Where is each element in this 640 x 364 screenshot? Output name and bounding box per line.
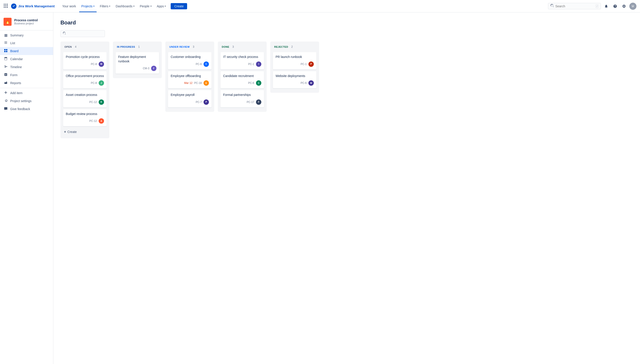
help-button[interactable] bbox=[611, 3, 619, 10]
column-count-in-progress: 1 bbox=[138, 45, 140, 48]
search-icon bbox=[550, 4, 554, 8]
timeline-icon bbox=[4, 65, 8, 69]
svg-rect-8 bbox=[7, 7, 8, 8]
sidebar-item-calendar[interactable]: Calendar bbox=[0, 55, 53, 63]
card-avatar: F bbox=[151, 66, 156, 71]
card-id: PC-7 bbox=[196, 100, 202, 104]
board-card[interactable]: Website deploymentsPC-6W bbox=[273, 71, 316, 88]
svg-rect-7 bbox=[5, 7, 6, 8]
card-title: Candidate recruitment bbox=[223, 74, 261, 78]
card-footer: CM-3F bbox=[118, 66, 156, 71]
grid-icon[interactable] bbox=[4, 4, 8, 9]
topnav-right: / U bbox=[548, 3, 636, 10]
board-search[interactable] bbox=[60, 30, 105, 37]
filters-chevron-icon: ▾ bbox=[109, 5, 110, 7]
card-title: Formal partnerships bbox=[223, 93, 261, 97]
nav-your-work[interactable]: Your work bbox=[60, 3, 78, 9]
card-footer: PC-12A bbox=[66, 118, 104, 124]
sidebar-item-form[interactable]: Form bbox=[0, 71, 53, 79]
project-type: Business project bbox=[14, 22, 38, 25]
card-id: PC-6 bbox=[248, 82, 254, 84]
logo[interactable]: Jira Work Management bbox=[11, 3, 55, 9]
reports-icon bbox=[4, 81, 8, 85]
card-avatar: P bbox=[203, 100, 209, 105]
board-card[interactable]: Budget review processPC-12A bbox=[63, 109, 107, 126]
board-card[interactable]: Candidate recruitmentPC-6C bbox=[221, 71, 264, 88]
search-bar[interactable]: / bbox=[548, 3, 601, 9]
board-card[interactable]: Asset creation processPC-12K bbox=[63, 90, 107, 108]
nav-projects[interactable]: Projects ▾ bbox=[79, 3, 97, 9]
column-label-rejected: REJECTED bbox=[273, 45, 290, 48]
sidebar: 🔥 Process control Business project ▦ Sum… bbox=[0, 12, 53, 364]
card-footer: PC-8J bbox=[66, 80, 104, 86]
people-chevron-icon: ▾ bbox=[150, 5, 152, 7]
sidebar-item-timeline[interactable]: Timeline bbox=[0, 63, 53, 71]
board-card[interactable]: Promotion cycle processPC-8M bbox=[63, 52, 107, 70]
give-feedback-icon bbox=[4, 107, 8, 111]
card-id: PC-6 bbox=[196, 62, 202, 66]
sidebar-item-add-item[interactable]: Add item bbox=[0, 89, 53, 97]
board-card[interactable]: Feature deployment runbookCM-3F bbox=[116, 52, 159, 74]
create-card-button[interactable]: +Create bbox=[63, 128, 107, 136]
svg-rect-16 bbox=[4, 66, 6, 66]
board-card[interactable]: Employee offboardingMar 12PC-18E bbox=[168, 71, 211, 88]
sidebar-item-list[interactable]: List bbox=[0, 39, 53, 47]
card-footer: PC-1P bbox=[276, 62, 314, 67]
search-input[interactable] bbox=[555, 4, 594, 8]
card-title: Asset creation process bbox=[66, 93, 104, 97]
sidebar-item-give-feedback[interactable]: Give feedback bbox=[0, 105, 53, 113]
sidebar-project: 🔥 Process control Business project bbox=[0, 16, 53, 29]
svg-rect-10 bbox=[5, 42, 7, 43]
card-title: Feature deployment runbook bbox=[118, 55, 156, 64]
column-count-open: 4 bbox=[75, 45, 76, 48]
project-settings-icon bbox=[4, 99, 8, 103]
card-id: PC-18 bbox=[194, 82, 202, 84]
create-button[interactable]: Create bbox=[171, 3, 187, 9]
board-icon bbox=[4, 49, 8, 53]
card-title: Employee payroll bbox=[171, 93, 209, 97]
card-id: PC-12 bbox=[89, 100, 97, 104]
user-avatar[interactable]: U bbox=[629, 3, 636, 10]
nav-dashboards[interactable]: Dashboards ▾ bbox=[113, 3, 137, 9]
sidebar-item-reports[interactable]: Reports bbox=[0, 79, 53, 87]
card-footer: PC-12K bbox=[66, 100, 104, 105]
sidebar-item-project-settings[interactable]: Project settings bbox=[0, 97, 53, 105]
column-open: OPEN4Promotion cycle processPC-8MOffice … bbox=[60, 42, 109, 138]
board-card[interactable]: Office procurement processPC-8J bbox=[63, 71, 107, 88]
list-icon bbox=[4, 41, 8, 45]
column-header-in-progress: IN PROGRESS1 bbox=[116, 44, 159, 50]
nav-filters[interactable]: Filters ▾ bbox=[98, 3, 112, 9]
sidebar-item-summary[interactable]: ▦ Summary bbox=[0, 31, 53, 39]
card-avatar: W bbox=[308, 80, 314, 86]
card-id: PC-8 bbox=[91, 62, 97, 66]
card-footer: PC-17F bbox=[223, 100, 261, 105]
plus-icon: + bbox=[64, 130, 66, 134]
sidebar-item-board[interactable]: Board bbox=[0, 47, 53, 55]
settings-button[interactable] bbox=[620, 3, 627, 10]
card-avatar: K bbox=[99, 100, 104, 105]
svg-rect-6 bbox=[4, 7, 5, 8]
card-id: PC-12 bbox=[89, 120, 97, 122]
board-card[interactable]: IT security check processPC-1I bbox=[221, 52, 264, 70]
nav-apps[interactable]: Apps ▾ bbox=[155, 3, 168, 9]
board-card[interactable]: Customer onboardingPC-6C bbox=[168, 52, 211, 70]
card-title: IT security check process bbox=[223, 55, 261, 59]
svg-rect-1 bbox=[5, 4, 6, 5]
main-content: Board OPEN4Promotion cycle processPC-8MO… bbox=[53, 12, 640, 364]
column-label-under-review: UNDER REVIEW bbox=[168, 45, 191, 48]
board-search-icon bbox=[63, 32, 66, 36]
summary-icon: ▦ bbox=[4, 33, 8, 37]
project-icon: 🔥 bbox=[4, 18, 12, 26]
apps-chevron-icon: ▾ bbox=[165, 5, 166, 7]
notifications-button[interactable] bbox=[603, 3, 610, 10]
card-footer: PC-6C bbox=[171, 62, 209, 67]
sidebar-divider bbox=[0, 30, 53, 30]
nav-people[interactable]: People ▾ bbox=[138, 3, 154, 9]
board-card[interactable]: Employee payrollPC-7P bbox=[168, 90, 211, 108]
column-count-under-review: 3 bbox=[193, 45, 194, 48]
column-in-progress: IN PROGRESS1Feature deployment runbookCM… bbox=[113, 42, 162, 78]
board-card[interactable]: PR launch runbookPC-1P bbox=[273, 52, 316, 70]
board-card[interactable]: Formal partnershipsPC-17F bbox=[221, 90, 264, 108]
board-search-input[interactable] bbox=[67, 32, 102, 36]
svg-rect-15 bbox=[6, 51, 7, 52]
